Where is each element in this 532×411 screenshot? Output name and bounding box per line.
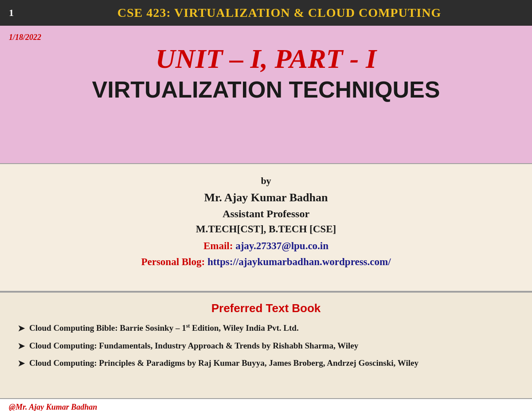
list-arrow: ➤ [18, 323, 25, 335]
blog-value: https://ajaykumarbadhan.wordpress.com/ [207, 256, 391, 267]
subtitle: VIRTUALIZATION TECHNIQUES [92, 77, 440, 102]
slide-number: 1 [9, 7, 18, 19]
bio-blog: Personal Blog: https://ajaykumarbadhan.w… [141, 256, 391, 268]
list-item: ➤ Cloud Computing: Fundamentals, Industr… [18, 340, 514, 352]
bio-section: by Mr. Ajay Kumar Badhan Assistant Profe… [0, 163, 532, 292]
textbook-section: Preferred Text Book ➤ Cloud Computing Bi… [0, 292, 532, 398]
date-label: 1/18/2022 [9, 33, 41, 42]
title-section: 1/18/2022 UNIT – I, PART - I VIRTUALIZAT… [0, 26, 532, 163]
course-title: CSE 423: VIRTUALIZATION & CLOUD COMPUTIN… [35, 6, 523, 20]
header-bar: 1 CSE 423: VIRTUALIZATION & CLOUD COMPUT… [0, 0, 532, 26]
book-3-text: Cloud Computing: Principles & Paradigms … [29, 357, 514, 369]
bio-education: M.TECH[CST], B.TECH [CSE] [196, 223, 336, 235]
list-arrow: ➤ [18, 358, 25, 370]
footer-text: @Mr. Ajay Kumar Badhan [9, 403, 97, 411]
email-value: ajay.27337@lpu.co.in [235, 240, 329, 251]
book-2-text: Cloud Computing: Fundamentals, Industry … [29, 340, 514, 352]
footer-bar: @Mr. Ajay Kumar Badhan [0, 398, 532, 411]
bio-by-label: by [261, 175, 271, 187]
book-1-text: Cloud Computing Bible: Barrie Sosinky – … [29, 322, 514, 334]
bio-position: Assistant Professor [223, 208, 309, 220]
textbook-list: ➤ Cloud Computing Bible: Barrie Sosinky … [18, 322, 514, 370]
list-arrow: ➤ [18, 341, 25, 352]
bio-email: Email: ajay.27337@lpu.co.in [203, 240, 329, 252]
blog-label: Personal Blog: [141, 256, 205, 267]
email-label: Email: [203, 240, 233, 251]
bio-name: Mr. Ajay Kumar Badhan [204, 191, 328, 204]
list-item: ➤ Cloud Computing Bible: Barrie Sosinky … [18, 322, 514, 335]
unit-title: UNIT – I, PART - I [156, 43, 376, 74]
list-item: ➤ Cloud Computing: Principles & Paradigm… [18, 357, 514, 370]
textbook-title: Preferred Text Book [18, 301, 514, 315]
